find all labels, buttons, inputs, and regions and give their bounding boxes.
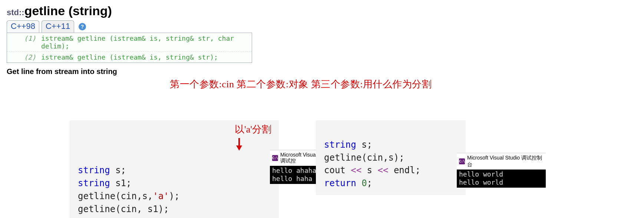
console-title: Microsoft Visual Studio 调试控制台 [467,155,544,168]
page-title: std::getline (string) [7,4,637,18]
title-suffix: (string) [65,4,112,18]
signature-code: istream& getline (istream& is, string& s… [41,34,249,50]
description-title: Get line from stream into string [7,67,637,76]
code-example-right: string s; getline(cin,s); cout << s << e… [316,120,466,195]
signature-box: (1) istream& getline (istream& is, strin… [7,33,252,63]
vs-icon: C:\ [272,155,278,161]
code-example-left: 以'a'分割 string s; string s1; getline(cin,… [70,120,279,218]
console-window-right: C:\ Microsoft Visual Studio 调试控制台 hello … [457,153,546,188]
arrow-down-icon [235,138,244,151]
annotation-parameters: 第一个参数:cin 第二个参数:对象 第三个参数:用什么作为分割 [170,78,432,91]
console-output: hello world hello world [457,170,546,188]
title-namespace: std:: [7,8,24,17]
help-icon[interactable]: ? [79,23,86,30]
vs-icon: C:\ [459,158,465,164]
signature-code: istream& getline (istream& is, string& s… [41,53,249,61]
annotation-split: 以'a'分割 [235,123,271,137]
signature-index: (1) [10,34,41,42]
tab-cpp11[interactable]: C++11 [42,20,74,33]
version-tabs: C++98 C++11 ? [7,20,637,33]
signature-row: (2) istream& getline (istream& is, strin… [7,52,252,63]
svg-marker-1 [236,145,242,151]
title-function: getline [24,4,65,18]
signature-index: (2) [10,53,41,61]
tab-cpp98[interactable]: C++98 [7,20,39,33]
signature-row: (1) istream& getline (istream& is, strin… [7,33,252,52]
console-titlebar: C:\ Microsoft Visual Studio 调试控制台 [457,153,546,170]
